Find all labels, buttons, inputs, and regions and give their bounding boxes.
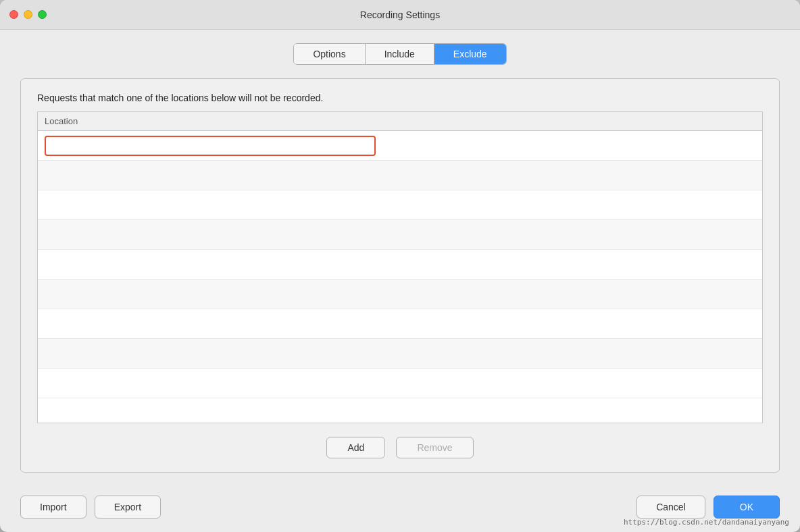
table-row xyxy=(38,220,762,250)
location-table: Location xyxy=(37,111,763,423)
window-title: Recording Settings xyxy=(360,9,440,20)
export-button[interactable]: Export xyxy=(95,496,161,518)
maximize-button[interactable] xyxy=(38,10,47,19)
description-text: Requests that match one of the locations… xyxy=(37,92,763,103)
minimize-button[interactable] xyxy=(24,10,32,19)
cancel-button[interactable]: Cancel xyxy=(636,496,705,518)
footer-right: Cancel OK xyxy=(636,496,780,518)
action-buttons: Add Remove xyxy=(37,437,763,458)
tabs-container: Options Include Exclude xyxy=(20,43,780,65)
tab-options[interactable]: Options xyxy=(294,44,365,64)
table-row xyxy=(38,250,762,280)
table-row xyxy=(38,280,762,309)
table-row xyxy=(38,369,762,398)
main-panel: Requests that match one of the locations… xyxy=(20,78,780,473)
tab-include[interactable]: Include xyxy=(366,44,434,64)
tabs: Options Include Exclude xyxy=(293,43,506,65)
table-body xyxy=(38,131,762,423)
watermark: https://blog.csdn.net/dandanaiyanyang xyxy=(624,518,789,527)
tab-exclude[interactable]: Exclude xyxy=(434,44,506,64)
close-button[interactable] xyxy=(9,10,18,19)
traffic-lights xyxy=(9,10,47,19)
import-button[interactable]: Import xyxy=(20,496,86,518)
window: Recording Settings Options Include Exclu… xyxy=(0,0,800,532)
table-column-header: Location xyxy=(38,112,762,131)
add-button[interactable]: Add xyxy=(326,437,385,458)
title-bar: Recording Settings xyxy=(0,0,800,30)
ok-button[interactable]: OK xyxy=(714,496,780,518)
table-row xyxy=(38,161,762,190)
footer-left: Import Export xyxy=(20,496,161,518)
remove-button[interactable]: Remove xyxy=(396,437,473,458)
table-row xyxy=(38,131,762,161)
table-row xyxy=(38,309,762,339)
content-area: Options Include Exclude Requests that ma… xyxy=(0,30,800,486)
location-input-0[interactable] xyxy=(45,136,376,156)
table-row xyxy=(38,190,762,220)
table-row xyxy=(38,339,762,369)
